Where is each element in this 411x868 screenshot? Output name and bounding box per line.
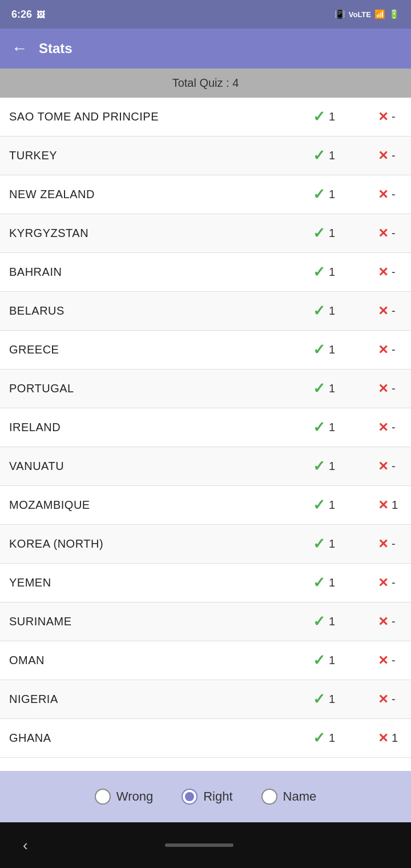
wrong-count: - (392, 227, 402, 240)
country-name: VANUATU (9, 460, 293, 473)
check-icon: ✓ (313, 613, 325, 630)
right-count: 1 (329, 615, 339, 628)
country-name: BAHRAIN (9, 266, 293, 279)
nav-back-button[interactable]: ‹ (23, 837, 28, 854)
wrong-score-group: ✕ - (356, 459, 402, 474)
filter-bar: Wrong Right Name (0, 771, 411, 822)
right-count: 1 (329, 110, 339, 123)
country-name: OMAN (9, 654, 293, 667)
right-count: 1 (329, 537, 339, 550)
check-icon: ✓ (313, 147, 325, 164)
wrong-count: - (392, 537, 402, 550)
filter-right[interactable]: Right (182, 789, 232, 805)
filter-name[interactable]: Name (261, 789, 317, 805)
table-row: NIGERIA ✓ 1 ✕ - (0, 680, 411, 719)
cross-icon: ✕ (378, 459, 388, 474)
wrong-count: - (392, 615, 402, 628)
cross-icon: ✕ (378, 187, 388, 202)
table-row: SURINAME ✓ 1 ✕ - (0, 602, 411, 641)
check-icon: ✓ (313, 302, 325, 320)
cross-icon: ✕ (378, 226, 388, 241)
wrong-score-group: ✕ - (356, 420, 402, 435)
wrong-score-group: ✕ - (356, 653, 402, 668)
cross-icon: ✕ (378, 692, 388, 707)
wrong-score-group: ✕ - (356, 381, 402, 396)
table-row: TURKEY ✓ 1 ✕ - (0, 136, 411, 175)
country-name: TURKEY (9, 149, 293, 162)
table-row: IRELAND ✓ 1 ✕ - (0, 408, 411, 447)
wrong-score-group: ✕ - (356, 576, 402, 590)
table-row: KYRGYZSTAN ✓ 1 ✕ - (0, 214, 411, 253)
back-button[interactable]: ← (11, 41, 27, 57)
cross-icon: ✕ (378, 343, 388, 357)
right-score-group: ✓ 1 (293, 108, 339, 126)
right-count: 1 (329, 382, 339, 395)
cross-icon: ✕ (378, 576, 388, 590)
right-score-group: ✓ 1 (293, 224, 339, 242)
country-name: YEMEN (9, 576, 293, 589)
right-count: 1 (329, 188, 339, 201)
country-name: NEW ZEALAND (9, 188, 293, 201)
cross-icon: ✕ (378, 381, 388, 396)
right-score-group: ✓ 1 (293, 652, 339, 669)
cross-icon: ✕ (378, 731, 388, 746)
filter-wrong-label: Wrong (116, 789, 153, 804)
total-quiz-header: Total Quiz : 4 (0, 69, 411, 98)
radio-right[interactable] (182, 789, 198, 805)
country-name: MOZAMBIQUE (9, 499, 293, 512)
wrong-count: - (392, 693, 402, 706)
table-row: NEW ZEALAND ✓ 1 ✕ - (0, 175, 411, 214)
check-icon: ✓ (313, 729, 325, 747)
right-score-group: ✓ 1 (293, 419, 339, 436)
table-row: MOZAMBIQUE ✓ 1 ✕ 1 (0, 486, 411, 525)
wrong-count: - (392, 304, 402, 318)
wrong-count: - (392, 421, 402, 434)
right-count: 1 (329, 343, 339, 356)
filter-name-label: Name (283, 789, 317, 804)
right-score-group: ✓ 1 (293, 302, 339, 320)
wrong-score-group: ✕ - (356, 343, 402, 357)
right-score-group: ✓ 1 (293, 613, 339, 630)
wrong-count: - (392, 576, 402, 589)
wrong-score-group: ✕ - (356, 110, 402, 124)
wrong-score-group: ✕ - (356, 187, 402, 202)
table-row: GREECE ✓ 1 ✕ - (0, 331, 411, 369)
table-row: YEMEN ✓ 1 ✕ - (0, 564, 411, 602)
cross-icon: ✕ (378, 304, 388, 319)
radio-name[interactable] (261, 789, 277, 805)
right-score-group: ✓ 1 (293, 574, 339, 592)
cross-icon: ✕ (378, 420, 388, 435)
check-icon: ✓ (313, 108, 325, 126)
right-score-group: ✓ 1 (293, 457, 339, 475)
stats-table: SAO TOME AND PRINCIPE ✓ 1 ✕ - TURKEY ✓ 1… (0, 98, 411, 771)
country-name: PORTUGAL (9, 382, 293, 395)
table-row: OMAN ✓ 1 ✕ - (0, 641, 411, 680)
cross-icon: ✕ (378, 265, 388, 280)
radio-wrong[interactable] (95, 789, 111, 805)
check-icon: ✓ (313, 690, 325, 708)
battery-icon: 🔋 (389, 9, 400, 19)
country-name: GREECE (9, 343, 293, 356)
cross-icon: ✕ (378, 148, 388, 163)
country-name: NIGERIA (9, 693, 293, 706)
photo-icon: 🖼 (37, 10, 45, 19)
signal-icon: 📶 (374, 9, 385, 19)
nav-bar: ‹ (0, 822, 411, 868)
right-score-group: ✓ 1 (293, 341, 339, 359)
wrong-score-group: ✕ - (356, 148, 402, 163)
right-count: 1 (329, 227, 339, 240)
right-count: 1 (329, 304, 339, 318)
country-name: IRELAND (9, 421, 293, 434)
vibrate-icon: 📳 (335, 9, 345, 19)
right-count: 1 (329, 266, 339, 279)
table-row: GHANA ✓ 1 ✕ 1 (0, 719, 411, 758)
right-count: 1 (329, 693, 339, 706)
wrong-score-group: ✕ - (356, 692, 402, 707)
check-icon: ✓ (313, 457, 325, 475)
wrong-count: - (392, 654, 402, 667)
check-icon: ✓ (313, 652, 325, 669)
filter-wrong[interactable]: Wrong (95, 789, 153, 805)
cross-icon: ✕ (378, 110, 388, 124)
home-indicator[interactable] (165, 843, 233, 847)
country-name: BELARUS (9, 304, 293, 318)
